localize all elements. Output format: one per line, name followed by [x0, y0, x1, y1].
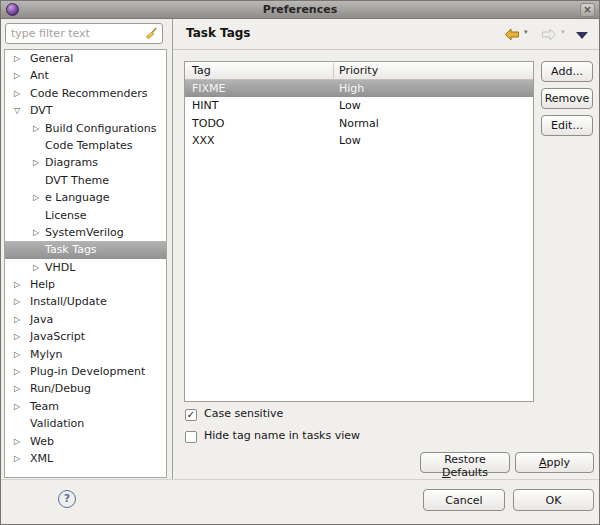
- filter-input[interactable]: [11, 25, 139, 42]
- tree-item-label: XML: [30, 450, 53, 467]
- tree-item-label: Task Tags: [45, 241, 97, 258]
- table-header[interactable]: Tag Priority: [185, 62, 533, 80]
- expand-icon[interactable]: ▷: [33, 120, 39, 137]
- filter-field-wrap: [5, 23, 163, 44]
- tree-item-javascript[interactable]: ▷JavaScript: [5, 328, 166, 345]
- check-icon: ✓: [187, 409, 195, 420]
- back-arrow-icon[interactable]: [504, 28, 520, 41]
- tree-item-validation[interactable]: Validation: [5, 415, 166, 432]
- expand-icon[interactable]: ▷: [14, 450, 20, 467]
- expand-icon[interactable]: ▷: [14, 398, 20, 415]
- cell-priority: Low: [339, 97, 361, 114]
- tree-item-label: Java: [30, 311, 53, 328]
- tree-item-run-debug[interactable]: ▷Run/Debug: [5, 380, 166, 397]
- expand-icon[interactable]: ▷: [33, 259, 39, 276]
- tree-item-vhdl[interactable]: ▷VHDL: [5, 259, 166, 276]
- tree-item-license[interactable]: License: [5, 207, 166, 224]
- expand-icon[interactable]: ▷: [14, 276, 20, 293]
- tree-item-systemverilog[interactable]: ▷SystemVerilog: [5, 224, 166, 241]
- close-button[interactable]: ×: [580, 3, 595, 17]
- tree-item-label: e Language: [45, 189, 110, 206]
- tree-item-label: Build Configurations: [45, 120, 156, 137]
- remove-button[interactable]: Remove: [541, 88, 593, 109]
- tree-item-team[interactable]: ▷Team: [5, 398, 166, 415]
- cancel-button[interactable]: Cancel: [423, 489, 505, 511]
- table-body: FIXMEHighHINTLowTODONormalXXXLow: [185, 80, 533, 150]
- tree-item-code-recommenders[interactable]: ▷Code Recommenders: [5, 85, 166, 102]
- tree-item-web[interactable]: ▷Web: [5, 433, 166, 450]
- expand-icon[interactable]: ▷: [14, 433, 20, 450]
- tree-item-label: DVT Theme: [45, 172, 109, 189]
- column-divider[interactable]: [333, 63, 334, 78]
- tree-item-label: Team: [30, 398, 59, 415]
- add-button[interactable]: Add...: [541, 61, 593, 82]
- tree-item-label: General: [30, 50, 73, 67]
- tree-item-general[interactable]: ▷General: [5, 50, 166, 67]
- table-row[interactable]: FIXMEHigh: [185, 80, 533, 97]
- column-header-tag[interactable]: Tag: [192, 62, 211, 79]
- tree-item-mylyn[interactable]: ▷Mylyn: [5, 346, 166, 363]
- table-row[interactable]: TODONormal: [185, 115, 533, 132]
- expand-icon[interactable]: ▷: [14, 311, 20, 328]
- expand-icon[interactable]: ▷: [14, 328, 20, 345]
- table-row[interactable]: HINTLow: [185, 97, 533, 114]
- panel-divider: [172, 19, 173, 479]
- cell-tag: TODO: [192, 115, 225, 132]
- expand-icon[interactable]: ▷: [33, 189, 39, 206]
- expand-icon[interactable]: ▷: [14, 293, 20, 310]
- cell-tag: FIXME: [192, 80, 226, 97]
- expand-icon[interactable]: ▷: [14, 85, 20, 102]
- forward-history-chevron-icon[interactable]: ▾: [561, 28, 565, 36]
- tree-item-label: Code Recommenders: [30, 85, 148, 102]
- tree-item-install-update[interactable]: ▷Install/Update: [5, 293, 166, 310]
- tree-item-code-templates[interactable]: Code Templates: [5, 137, 166, 154]
- tree-item-label: Plug-in Development: [30, 363, 145, 380]
- tree-item-label: Help: [30, 276, 55, 293]
- tree-item-label: License: [45, 207, 86, 224]
- tree-item-label: Ant: [30, 67, 49, 84]
- hide-tag-name-label: Hide tag name in tasks view: [204, 429, 360, 442]
- footer-separator: [1, 479, 600, 480]
- ok-button[interactable]: OK: [513, 489, 594, 511]
- page-title: Task Tags: [186, 26, 251, 40]
- tree-item-e-language[interactable]: ▷e Language: [5, 189, 166, 206]
- forward-arrow-icon[interactable]: [541, 28, 557, 41]
- column-header-priority[interactable]: Priority: [339, 62, 378, 79]
- back-history-chevron-icon[interactable]: ▾: [524, 28, 528, 36]
- table-row[interactable]: XXXLow: [185, 132, 533, 149]
- clear-filter-icon[interactable]: [144, 27, 158, 41]
- expand-icon[interactable]: ▷: [14, 346, 20, 363]
- help-icon: ?: [64, 492, 70, 505]
- tree-item-label: Mylyn: [30, 346, 63, 363]
- expand-icon[interactable]: ▷: [14, 50, 20, 67]
- cell-priority: Low: [339, 132, 361, 149]
- edit-button[interactable]: Edit...: [541, 115, 593, 136]
- tree-item-task-tags[interactable]: Task Tags: [5, 241, 166, 258]
- restore-defaults-button[interactable]: Restore Defaults: [420, 452, 510, 473]
- tree-item-ant[interactable]: ▷Ant: [5, 67, 166, 84]
- expand-icon[interactable]: ▷: [14, 363, 20, 380]
- tree-item-java[interactable]: ▷Java: [5, 311, 166, 328]
- hide-tag-name-checkbox[interactable]: ✓: [185, 431, 197, 443]
- apply-button[interactable]: Apply: [515, 452, 594, 473]
- tree-item-dvt-theme[interactable]: DVT Theme: [5, 172, 166, 189]
- expand-icon[interactable]: ▷: [33, 224, 39, 241]
- titlebar[interactable]: Preferences ×: [1, 1, 599, 19]
- tree-item-plug-in-development[interactable]: ▷Plug-in Development: [5, 363, 166, 380]
- cell-priority: Normal: [339, 115, 379, 132]
- view-menu-icon[interactable]: [576, 32, 588, 39]
- expand-icon[interactable]: ▷: [14, 67, 20, 84]
- help-button[interactable]: ?: [58, 490, 76, 508]
- expand-icon[interactable]: ▷: [14, 380, 20, 397]
- tree-item-dvt[interactable]: ▽DVT: [5, 102, 166, 119]
- tree-item-xml[interactable]: ▷XML: [5, 450, 166, 467]
- tree-item-label: Validation: [30, 415, 84, 432]
- tree-item-diagrams[interactable]: ▷Diagrams: [5, 154, 166, 171]
- case-sensitive-checkbox[interactable]: ✓: [185, 409, 197, 421]
- tree-item-build-configurations[interactable]: ▷Build Configurations: [5, 120, 166, 137]
- task-tags-table: Tag Priority FIXMEHighHINTLowTODONormalX…: [184, 61, 534, 402]
- tree-item-help[interactable]: ▷Help: [5, 276, 166, 293]
- expand-icon[interactable]: ▷: [33, 154, 39, 171]
- header-separator: [173, 49, 600, 50]
- collapse-icon[interactable]: ▽: [14, 102, 20, 119]
